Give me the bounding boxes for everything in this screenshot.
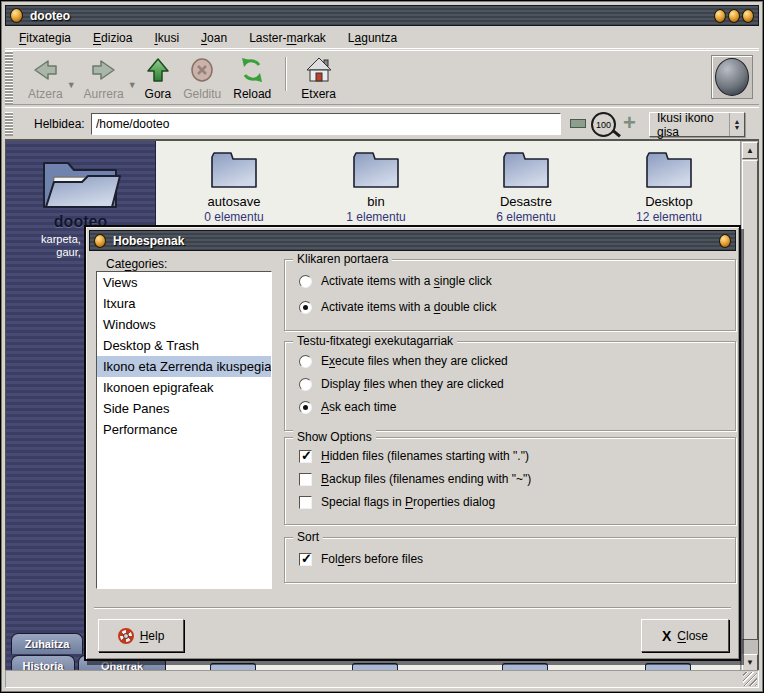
- checkbox-icon[interactable]: [299, 553, 312, 566]
- checkbox-icon[interactable]: [299, 450, 312, 463]
- folder-icon: [349, 147, 403, 191]
- double-click-option[interactable]: Activate items with a double click: [299, 300, 496, 314]
- menu-view[interactable]: Ikusi: [143, 29, 190, 47]
- checkbox-icon[interactable]: [299, 473, 312, 486]
- folder-icon: [499, 147, 553, 191]
- show-options-title: Show Options: [293, 430, 376, 444]
- up-arrow-icon: [145, 55, 171, 85]
- execute-files-option[interactable]: Execute files when they are clicked: [299, 354, 508, 368]
- category-performance[interactable]: Performance: [97, 419, 271, 440]
- menubar: Fitxategia Edizioa Ikusi Joan Laster-mar…: [5, 28, 759, 49]
- maximize-button[interactable]: [728, 9, 740, 23]
- folder-icon: [642, 147, 696, 191]
- up-button[interactable]: Gora: [139, 51, 178, 103]
- sidebar-info-line2: gaur, 1: [6, 246, 90, 259]
- display-files-option[interactable]: Display files when they are clicked: [299, 377, 504, 391]
- zoom-out-button[interactable]: [570, 119, 586, 128]
- dialog-close-icon[interactable]: [719, 234, 731, 248]
- window-menu-icon[interactable]: [10, 8, 23, 23]
- click-behaviour-group: Klikaren portaera Activate items with a …: [284, 259, 736, 331]
- minimize-button[interactable]: [714, 9, 726, 23]
- executable-text-title: Testu-fitxategi exekutagarriak: [293, 334, 457, 348]
- stop-icon: [189, 55, 215, 85]
- reload-icon: [239, 55, 265, 85]
- resize-grip[interactable]: [743, 672, 757, 686]
- category-desktop-trash[interactable]: Desktop & Trash: [97, 335, 271, 356]
- view-mode-dropdown[interactable]: Ikusi ikono gisa ▲▼: [649, 112, 745, 137]
- radio-icon[interactable]: [299, 378, 312, 391]
- close-x-icon: X: [662, 628, 671, 644]
- folder-item-bin[interactable]: bin 1 elementu: [328, 147, 424, 224]
- back-arrow-icon: [32, 55, 58, 85]
- location-label: Helbidea:: [34, 117, 85, 131]
- backup-files-option[interactable]: Backup files (filenames ending with "~"): [299, 472, 531, 486]
- back-dropdown-icon[interactable]: ▼: [67, 80, 76, 90]
- close-button-dialog[interactable]: X Close: [641, 619, 729, 652]
- dialog-titlebar[interactable]: Hobespenak: [89, 230, 736, 251]
- category-icon-list-views[interactable]: Ikono eta Zerrenda ikuspegiak: [97, 356, 271, 377]
- category-views[interactable]: Views: [97, 272, 271, 293]
- toolbar: Atzera ▼ Aurrera ▼ Gora Gelditu: [5, 50, 759, 105]
- menu-go[interactable]: Joan: [190, 29, 238, 47]
- folders-before-files-option[interactable]: Folders before files: [299, 552, 423, 566]
- home-icon: [305, 55, 333, 85]
- category-itxura[interactable]: Itxura: [97, 293, 271, 314]
- ask-each-time-option[interactable]: Ask each time: [299, 400, 396, 414]
- sidebar-info-line1: karpeta, 1: [6, 233, 90, 246]
- category-side-panes[interactable]: Side Panes: [97, 398, 271, 419]
- folder-icon: [207, 147, 261, 191]
- location-input[interactable]: [91, 113, 561, 135]
- window-title: dooteo: [30, 9, 70, 23]
- home-button[interactable]: Etxera: [295, 51, 342, 103]
- dialog-menu-icon[interactable]: [94, 234, 106, 248]
- forward-dropdown-icon[interactable]: ▼: [128, 80, 137, 90]
- throbber: [711, 55, 753, 99]
- radio-icon[interactable]: [299, 355, 312, 368]
- menu-file[interactable]: Fitxategia: [8, 29, 82, 47]
- vertical-scrollbar[interactable]: ▲ ▼: [740, 141, 758, 672]
- sort-title: Sort: [293, 530, 323, 544]
- sidebar-tab-tree[interactable]: Zuhaitza: [11, 633, 83, 654]
- click-behaviour-title: Klikaren portaera: [293, 252, 392, 266]
- categories-list[interactable]: Views Itxura Windows Desktop & Trash Iko…: [96, 271, 272, 589]
- close-button[interactable]: [742, 9, 754, 23]
- toolbar-separator: [285, 57, 287, 91]
- hidden-files-option[interactable]: Hidden files (filenames starting with ".…: [299, 449, 529, 463]
- scroll-up-icon[interactable]: ▲: [742, 142, 758, 159]
- sort-group: Sort Folders before files: [284, 537, 736, 583]
- titlebar[interactable]: dooteo: [5, 5, 759, 26]
- throbber-sphere-icon: [715, 58, 749, 96]
- stop-button[interactable]: Gelditu: [177, 51, 227, 103]
- radio-icon[interactable]: [299, 275, 312, 288]
- special-flags-option[interactable]: Special flags in Properties dialog: [299, 495, 495, 509]
- menu-help[interactable]: Laguntza: [337, 29, 408, 47]
- toolbar-grip[interactable]: [5, 51, 14, 104]
- category-windows[interactable]: Windows: [97, 314, 271, 335]
- sidebar-folder-icon: [34, 147, 126, 217]
- locationbar-grip[interactable]: [5, 112, 14, 136]
- help-lifesaver-icon: [118, 628, 134, 644]
- scrollbar-thumb[interactable]: [742, 160, 758, 640]
- back-button[interactable]: Atzera: [22, 51, 69, 103]
- help-button[interactable]: Help: [98, 619, 184, 652]
- radio-icon[interactable]: [299, 301, 312, 314]
- menu-bookmarks[interactable]: Laster-markak: [238, 29, 337, 47]
- radio-icon[interactable]: [299, 401, 312, 414]
- show-options-group: Show Options Hidden files (filenames sta…: [284, 437, 736, 525]
- checkbox-icon[interactable]: [299, 496, 312, 509]
- forward-arrow-icon: [91, 55, 117, 85]
- single-click-option[interactable]: Activate items with a single click: [299, 274, 492, 288]
- category-icon-captions[interactable]: Ikonoen epigrafeak: [97, 377, 271, 398]
- dialog-title: Hobespenak: [113, 234, 184, 248]
- scroll-down-icon[interactable]: ▼: [742, 654, 758, 671]
- folder-item-desktop[interactable]: Desktop 12 elementu: [621, 147, 717, 224]
- forward-button[interactable]: Aurrera: [78, 51, 130, 103]
- folder-item-autosave[interactable]: autosave 0 elementu: [186, 147, 282, 224]
- zoom-in-button[interactable]: +: [623, 114, 639, 134]
- folder-item-desastre[interactable]: Desastre 6 elementu: [478, 147, 574, 224]
- preferences-dialog: Hobespenak Categories: Views Itxura Wind…: [84, 225, 741, 661]
- menu-edit[interactable]: Edizioa: [82, 29, 143, 47]
- zoom-level-indicator[interactable]: 100: [591, 112, 616, 137]
- reload-button[interactable]: Reload: [227, 51, 277, 103]
- categories-label: Categories:: [106, 257, 167, 271]
